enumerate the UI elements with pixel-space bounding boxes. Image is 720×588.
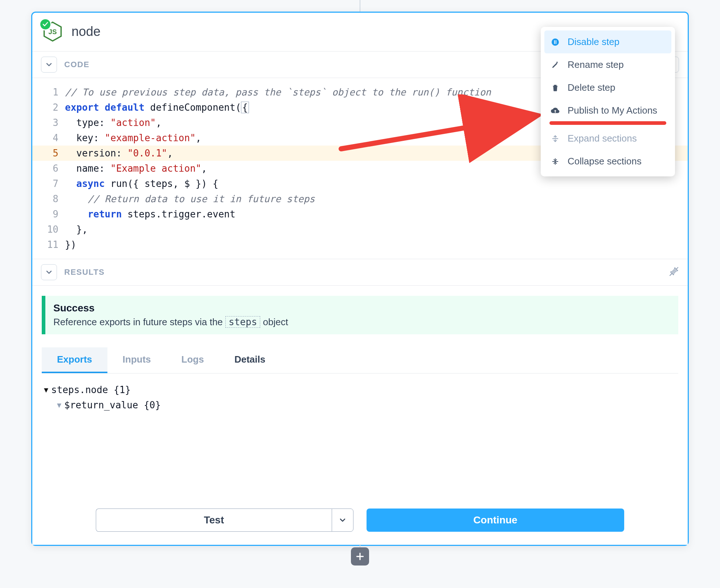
chevron-down-icon bbox=[339, 516, 346, 524]
svg-text:JS: JS bbox=[49, 28, 57, 36]
menu-item-delete[interactable]: Delete step bbox=[544, 76, 671, 99]
code-line-11: }) bbox=[65, 237, 688, 252]
code-line-9: return steps.trigger.event bbox=[65, 207, 688, 222]
step-service-icon: JS bbox=[42, 21, 63, 42]
triangle-down-icon: ▼ bbox=[57, 401, 61, 409]
code-collapse-toggle[interactable] bbox=[41, 57, 57, 73]
success-banner: Success Reference exports in future step… bbox=[42, 296, 678, 334]
chevron-down-icon bbox=[45, 269, 53, 276]
steps-chip: steps bbox=[225, 316, 260, 328]
pause-icon bbox=[550, 37, 560, 47]
card-footer: Test Continue bbox=[32, 498, 688, 545]
plus-icon bbox=[355, 552, 365, 561]
menu-label: Expand sections bbox=[568, 133, 637, 144]
results-tabs: Exports Inputs Logs Details bbox=[42, 347, 678, 373]
code-line-1: // To use previous step data, pass the `… bbox=[65, 87, 491, 98]
menu-item-collapse[interactable]: Collapse sections bbox=[544, 150, 671, 173]
code-line-10: }, bbox=[65, 222, 688, 237]
collapse-icon bbox=[550, 156, 560, 167]
tree-child-label: $return_value {0} bbox=[64, 400, 161, 411]
success-accent bbox=[42, 296, 45, 334]
menu-label: Delete step bbox=[568, 82, 615, 93]
success-title: Success bbox=[53, 302, 288, 314]
tree-root-label: steps.node {1} bbox=[51, 384, 131, 395]
results-section-bar: RESULTS bbox=[32, 259, 688, 286]
svg-rect-7 bbox=[556, 40, 556, 44]
expand-icon bbox=[550, 134, 560, 144]
test-button-group: Test bbox=[96, 509, 353, 532]
test-button[interactable]: Test bbox=[96, 509, 332, 532]
tree-row-child[interactable]: ▼ $return_value {0} bbox=[44, 397, 676, 413]
tree-row-root[interactable]: ▼ steps.node {1} bbox=[44, 382, 676, 397]
success-text: Reference exports in future steps via th… bbox=[53, 316, 288, 328]
results-collapse-toggle[interactable] bbox=[41, 264, 57, 280]
annotation-underline bbox=[549, 121, 666, 125]
code-section-label: CODE bbox=[64, 60, 90, 69]
add-step-button[interactable] bbox=[351, 547, 369, 565]
tab-details[interactable]: Details bbox=[219, 347, 281, 373]
connector-line-top bbox=[360, 0, 360, 12]
test-dropdown-button[interactable] bbox=[332, 509, 353, 532]
pencil-icon bbox=[550, 60, 560, 70]
cloud-upload-icon bbox=[550, 106, 560, 116]
tab-inputs[interactable]: Inputs bbox=[107, 347, 166, 373]
trash-icon bbox=[550, 83, 560, 93]
menu-label: Rename step bbox=[568, 59, 624, 70]
continue-button[interactable]: Continue bbox=[367, 509, 624, 532]
triangle-down-icon: ▼ bbox=[44, 385, 48, 394]
chevron-down-icon bbox=[45, 61, 53, 68]
exports-tree: ▼ steps.node {1} ▼ $return_value {0} bbox=[44, 382, 676, 413]
menu-label: Disable step bbox=[568, 36, 619, 48]
check-badge-icon bbox=[40, 19, 50, 29]
tab-exports[interactable]: Exports bbox=[42, 347, 107, 373]
svg-point-5 bbox=[552, 38, 559, 46]
menu-item-publish[interactable]: Publish to My Actions bbox=[544, 99, 671, 122]
svg-rect-6 bbox=[554, 40, 555, 44]
results-section-label: RESULTS bbox=[64, 268, 105, 277]
code-line-8: // Return data to use it in future steps bbox=[65, 191, 688, 207]
menu-item-expand: Expand sections bbox=[544, 127, 671, 150]
gutter: 1 2 3 4 5 6 7 8 9 10 11 bbox=[32, 85, 65, 252]
menu-item-disable[interactable]: Disable step bbox=[544, 30, 671, 53]
menu-item-rename[interactable]: Rename step bbox=[544, 53, 671, 76]
code-line-7: async run({ steps, $ }) { bbox=[65, 176, 688, 191]
step-menu: Disable step Rename step Delete step Pub… bbox=[541, 27, 675, 176]
menu-label: Publish to My Actions bbox=[568, 105, 657, 116]
pin-icon[interactable] bbox=[669, 266, 679, 278]
menu-label: Collapse sections bbox=[568, 156, 642, 167]
tab-logs[interactable]: Logs bbox=[166, 347, 219, 373]
